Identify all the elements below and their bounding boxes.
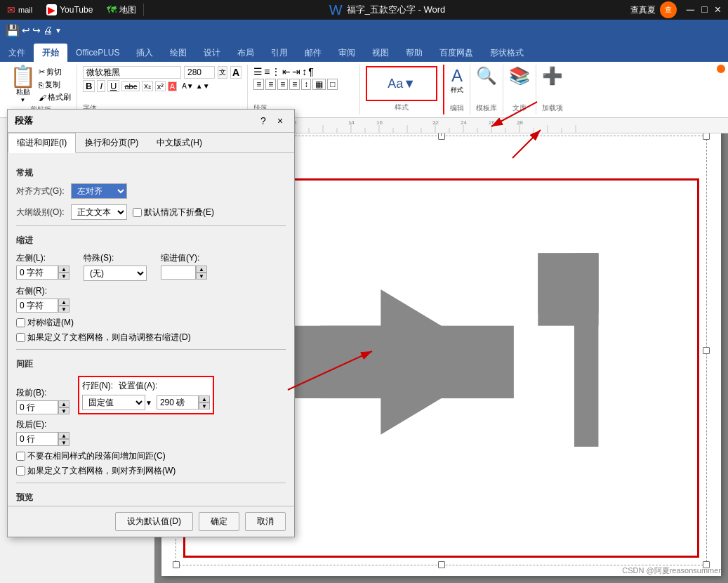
- special-select[interactable]: (无): [84, 266, 147, 281]
- ok-btn[interactable]: 确定: [199, 512, 239, 531]
- auto-adjust-checkbox[interactable]: [16, 333, 25, 342]
- paste-button[interactable]: 📋 粘贴 ▼: [10, 66, 36, 103]
- left-value-input[interactable]: [16, 266, 58, 280]
- handle-bl[interactable]: [173, 561, 180, 568]
- tab-shape-format[interactable]: 形状格式: [482, 44, 532, 62]
- borders-btn[interactable]: □: [327, 79, 338, 90]
- line-spacing-select[interactable]: 固定值: [82, 395, 145, 410]
- handle-tr[interactable]: [703, 133, 710, 140]
- tab-home[interactable]: 开始: [34, 44, 67, 62]
- before-up-btn[interactable]: ▲: [58, 400, 70, 407]
- font-size-expand[interactable]: 文: [218, 66, 227, 79]
- dialog-close-btn[interactable]: ×: [273, 114, 287, 128]
- outline-checkbox-row[interactable]: 默认情况下折叠(E): [133, 207, 214, 218]
- line-spacing-btn[interactable]: ↕: [301, 79, 311, 90]
- shading-btn[interactable]: ▦: [312, 79, 326, 90]
- outline-checkbox[interactable]: [133, 208, 142, 217]
- redo-icon[interactable]: ↪: [32, 25, 41, 36]
- dialog-tab-indent-spacing[interactable]: 缩进和间距(I): [8, 133, 76, 153]
- right-up-btn[interactable]: ▲: [58, 299, 70, 306]
- undo-icon[interactable]: ↩: [22, 25, 30, 36]
- right-down-btn[interactable]: ▼: [58, 306, 70, 313]
- paste-dropdown[interactable]: ▼: [20, 97, 26, 103]
- spacing-setting-input[interactable]: [157, 395, 199, 410]
- tab-review[interactable]: 审阅: [330, 44, 364, 62]
- outline-select[interactable]: 正文文本: [71, 204, 127, 220]
- font-size-input[interactable]: [184, 66, 215, 79]
- handle-mr[interactable]: [703, 347, 710, 354]
- spacing-up-btn[interactable]: ▲: [199, 395, 210, 402]
- library-btn[interactable]: 📚: [509, 66, 530, 86]
- save-icon[interactable]: 💾: [6, 24, 20, 37]
- tab-design[interactable]: 设计: [195, 44, 229, 62]
- dropdown-icon[interactable]: ▼: [55, 27, 62, 34]
- dialog-tab-chinese[interactable]: 中文版式(H): [147, 133, 211, 153]
- after-up-btn[interactable]: ▲: [58, 432, 70, 439]
- close-btn[interactable]: ×: [712, 4, 724, 16]
- tab-mailings[interactable]: 邮件: [296, 44, 330, 62]
- taskbar-mail[interactable]: ✉ mail: [0, 0, 39, 20]
- multilevel-btn[interactable]: ⋮: [271, 66, 281, 77]
- before-down-btn[interactable]: ▼: [58, 407, 70, 414]
- justify-btn[interactable]: ≡: [289, 79, 300, 90]
- indent-value-up-btn[interactable]: ▲: [196, 266, 207, 273]
- increase-indent-btn[interactable]: ⇥: [292, 66, 300, 77]
- format-painter-button[interactable]: 🖌 格式刷: [39, 92, 71, 103]
- cancel-btn[interactable]: 取消: [245, 512, 286, 531]
- tab-view[interactable]: 视图: [364, 44, 397, 62]
- right-value-input[interactable]: [16, 299, 58, 313]
- align-to-grid-row[interactable]: 如果定义了文档网格，则对齐到网格(W): [16, 465, 286, 477]
- minimize-btn[interactable]: ─: [684, 4, 697, 16]
- align-left-btn[interactable]: ≡: [253, 79, 264, 90]
- dialog-tab-line-page[interactable]: 换行和分页(P): [76, 133, 147, 153]
- auto-adjust-row[interactable]: 如果定义了文档网格，则自动调整右缩进(D): [16, 332, 286, 343]
- sort-btn[interactable]: ↕: [302, 66, 307, 77]
- no-add-space-checkbox[interactable]: [16, 452, 25, 461]
- indent-value-input[interactable]: [161, 266, 196, 280]
- tab-layout[interactable]: 布局: [229, 44, 263, 62]
- tab-officeplus[interactable]: OfficePLUS: [67, 44, 128, 62]
- print-icon[interactable]: 🖨: [43, 25, 53, 36]
- styles-panel[interactable]: Aa▼: [366, 66, 437, 101]
- tab-draw[interactable]: 绘图: [161, 44, 195, 62]
- font-size-increase[interactable]: A: [230, 66, 241, 79]
- after-value-input[interactable]: [16, 432, 58, 446]
- set-default-btn[interactable]: 设为默认值(D): [115, 512, 193, 531]
- cut-button[interactable]: ✂ 剪切: [39, 67, 71, 77]
- decrease-indent-btn[interactable]: ⇤: [282, 66, 291, 77]
- mirror-indent-checkbox[interactable]: [16, 318, 25, 327]
- highlight-btn[interactable]: ▲▼: [196, 82, 210, 90]
- spacing-down-btn[interactable]: ▼: [199, 402, 210, 410]
- align-center-btn[interactable]: ≡: [265, 79, 276, 90]
- font-color-btn[interactable]: A▼: [182, 82, 194, 90]
- no-add-space-row[interactable]: 不要在相同样式的段落间增加间距(C): [16, 450, 286, 462]
- maximize-btn[interactable]: □: [699, 4, 710, 16]
- taskbar-map[interactable]: 🗺 地图: [100, 0, 143, 20]
- mirror-indent-row[interactable]: 对称缩进(M): [16, 317, 286, 329]
- indent-value-down-btn[interactable]: ▼: [196, 273, 207, 280]
- bullets-btn[interactable]: ☰: [253, 66, 263, 77]
- font-family-input[interactable]: [83, 66, 181, 79]
- after-down-btn[interactable]: ▼: [58, 439, 70, 446]
- line-spacing-dropdown[interactable]: ▼: [145, 399, 152, 407]
- tab-references[interactable]: 引用: [263, 44, 296, 62]
- dialog-help-btn[interactable]: ?: [256, 114, 270, 128]
- italic-button[interactable]: I: [97, 80, 105, 92]
- addins-btn[interactable]: ➕: [542, 66, 563, 86]
- styles-dropdown-btn[interactable]: Aa▼: [388, 77, 416, 91]
- numbering-btn[interactable]: ≡: [264, 66, 270, 77]
- left-up-btn[interactable]: ▲: [58, 266, 70, 273]
- tab-help[interactable]: 帮助: [397, 44, 431, 62]
- align-to-grid-checkbox[interactable]: [16, 466, 25, 476]
- handle-bm[interactable]: [438, 561, 445, 568]
- bold-button[interactable]: B: [83, 80, 95, 92]
- superscript-button[interactable]: x²: [155, 81, 166, 91]
- clear-format-button[interactable]: A: [168, 81, 177, 91]
- copy-button[interactable]: ⎘ 复制: [39, 79, 71, 90]
- align-right-btn[interactable]: ≡: [277, 79, 288, 90]
- show-marks-btn[interactable]: ¶: [308, 66, 314, 77]
- tab-insert[interactable]: 插入: [128, 44, 161, 62]
- alignment-select[interactable]: 左对齐: [71, 183, 127, 199]
- strikethrough-button[interactable]: abc: [121, 81, 140, 91]
- taskbar-youtube[interactable]: ▶ YouTube: [39, 0, 100, 20]
